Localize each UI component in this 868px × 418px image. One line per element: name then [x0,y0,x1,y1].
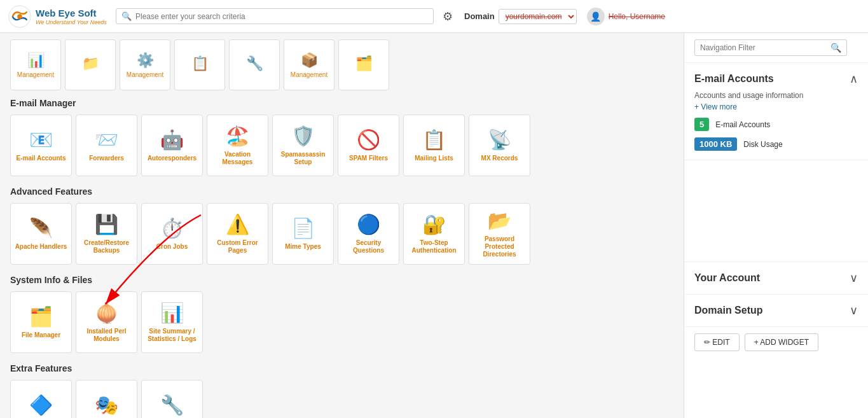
email-accounts-section-header[interactable]: E-mail Accounts ∧ [694,72,858,86]
top-icon-box[interactable]: 🔧 [229,39,280,90]
icon-card-feature-2[interactable]: 🎭 Feature 2 [76,380,137,418]
logo-subtitle: We Understand Your Needs [36,19,107,25]
email-manager-grid: 📧 E-mail Accounts 📨 Forwarders 🤖 Autores… [10,115,673,176]
icon-card-password-protected-directories[interactable]: 📂 Password Protected Directories [469,203,530,265]
card-icon: ⚠️ [226,213,249,235]
right-sidebar: 🔍 E-mail Accounts ∧ Accounts and usage i… [684,33,868,418]
icon-card-site-summary-/-statistics-/-logs[interactable]: 📊 Site Summary / Statistics / Logs [141,291,203,353]
icon-card-feature-1[interactable]: 🔷 Feature 1 [10,380,72,418]
your-account-header[interactable]: Your Account ∨ [694,271,858,285]
card-label: Mailing Lists [415,155,453,162]
card-label: Mime Types [285,243,321,251]
advanced-features-title: Advanced Features [10,186,673,197]
icon-card-two-step-authentication[interactable]: 🔐 Two-Step Authentication [403,203,465,265]
icon-card-installed-perl-modules[interactable]: 🧅 Installed Perl Modules [76,291,137,353]
top-icon-box[interactable]: 📋 [174,39,225,90]
card-icon: 📨 [95,129,118,151]
card-icon: 🧅 [95,302,118,324]
disk-usage-label: Disk Usage [743,140,782,149]
extra-features-section: Extra Features 🔷 Feature 1 🎭 Feature 2 🔧… [10,363,673,418]
domain-setup-title: Domain Setup [694,305,763,316]
icon-card-autoresponders[interactable]: 🤖 Autoresponders [141,115,203,176]
system-info-grid: 🗂️ File Manager 🧅 Installed Perl Modules… [10,291,673,353]
card-icon: 🎭 [95,394,118,416]
card-icon: 📂 [488,209,511,232]
icon-card-spamassassin-setup[interactable]: 🛡️ Spamassassin Setup [272,115,334,176]
top-icon-box[interactable]: 📊Management [10,39,61,90]
logo-icon [8,4,32,29]
card-label: Spamassassin Setup [277,151,329,166]
system-info-title: System Info & Files [10,275,673,285]
card-label: Password Protected Directories [473,235,526,258]
card-icon: 📊 [160,302,184,324]
card-icon: 🗂️ [29,305,53,328]
search-input[interactable] [135,12,428,21]
card-label: Forwarders [89,155,123,162]
card-icon: 💾 [95,213,118,235]
email-accounts-info: Accounts and usage information + View mo… [694,91,858,151]
icon-card-e-mail-accounts[interactable]: 📧 E-mail Accounts [10,115,72,176]
card-label: Apache Handlers [15,243,67,251]
card-label: Installed Perl Modules [80,328,133,343]
main-header: Web Eye Soft We Understand Your Needs 🔍 … [0,0,868,33]
settings-icon-button[interactable]: ⚙ [443,10,453,24]
search-bar[interactable]: 🔍 [116,8,434,24]
icon-card-file-manager[interactable]: 🗂️ File Manager [10,291,72,353]
domain-setup-header[interactable]: Domain Setup ∨ [694,303,858,317]
icon-card-mime-types[interactable]: 📄 Mime Types [272,203,334,265]
email-accounts-chevron-icon: ∧ [850,72,858,86]
card-label: File Manager [22,331,60,339]
card-label: Security Questions [342,239,395,254]
card-icon: 🤖 [160,129,184,151]
card-icon: 📡 [488,129,511,151]
card-icon: 🔐 [422,213,446,235]
icon-card-spam-filters[interactable]: 🚫 SPAM Filters [338,115,399,176]
top-icon-box[interactable]: 🗂️ [338,39,389,90]
search-icon: 🔍 [121,11,132,21]
domain-setup-chevron-icon: ∨ [850,303,858,317]
card-label: Two-Step Authentication [408,239,460,254]
main-layout: 📊Management📁⚙️Management📋🔧📦Management🗂️ … [0,33,868,418]
content-area: 📊Management📁⚙️Management📋🔧📦Management🗂️ … [0,33,684,418]
email-manager-title: E-mail Manager [10,98,673,108]
icon-card-mailing-lists[interactable]: 📋 Mailing Lists [403,115,465,176]
top-icon-box[interactable]: 📦Management [284,39,334,90]
icon-card-security-questions[interactable]: 🔵 Security Questions [338,203,399,265]
top-icon-box[interactable]: 📁 [65,39,116,90]
icon-card-custom-error-pages[interactable]: ⚠️ Custom Error Pages [207,203,268,265]
logo-title: Web Eye Soft [36,8,107,19]
domain-area: Domain yourdomain.com [464,9,577,24]
add-widget-button[interactable]: + ADD WIDGET [745,333,818,351]
nav-filter-bar[interactable]: 🔍 [694,39,847,56]
card-label: MX Records [481,155,518,162]
top-icons-row: 📊Management📁⚙️Management📋🔧📦Management🗂️ [10,39,673,90]
icon-card-mx-records[interactable]: 📡 MX Records [469,115,530,176]
email-manager-section: E-mail Manager 📧 E-mail Accounts 📨 Forwa… [10,98,673,176]
stats-row: 5 E-mail Accounts [694,118,858,131]
card-icon: 🛡️ [291,125,315,147]
nav-filter-input[interactable] [700,43,827,52]
card-label: Site Summary / Statistics / Logs [146,328,198,343]
svg-point-1 [17,14,22,19]
icon-card-feature-3[interactable]: 🔧 Feature 3 [141,380,203,418]
card-label: SPAM Filters [349,155,388,162]
avatar: 👤 [587,8,605,25]
icon-card-apache-handlers[interactable]: 🪶 Apache Handlers [10,203,72,265]
card-icon: 🪶 [29,217,53,239]
icon-card-forwarders[interactable]: 📨 Forwarders [76,115,137,176]
card-icon: 🔷 [29,394,53,416]
edit-button[interactable]: ✏ EDIT [694,333,740,351]
icon-card-vacation-messages[interactable]: 🏖️ Vacation Messages [207,115,268,176]
card-label: Vacation Messages [211,151,264,166]
top-icon-box[interactable]: ⚙️Management [120,39,170,90]
email-accounts-sidebar-title: E-mail Accounts [694,73,774,85]
icon-card-cron-jobs[interactable]: ⏱️ Cron Jobs [141,203,203,265]
icon-card-create/restore-backups[interactable]: 💾 Create/Restore Backups [76,203,137,265]
view-more-link[interactable]: + View more [694,102,737,111]
domain-select[interactable]: yourdomain.com [499,9,577,24]
your-account-chevron-icon: ∨ [850,271,858,285]
advanced-features-grid: 🪶 Apache Handlers 💾 Create/Restore Backu… [10,203,673,265]
email-accounts-subtitle: Accounts and usage information [694,91,858,100]
card-icon: 🚫 [357,129,380,151]
card-icon: 📋 [422,129,446,151]
